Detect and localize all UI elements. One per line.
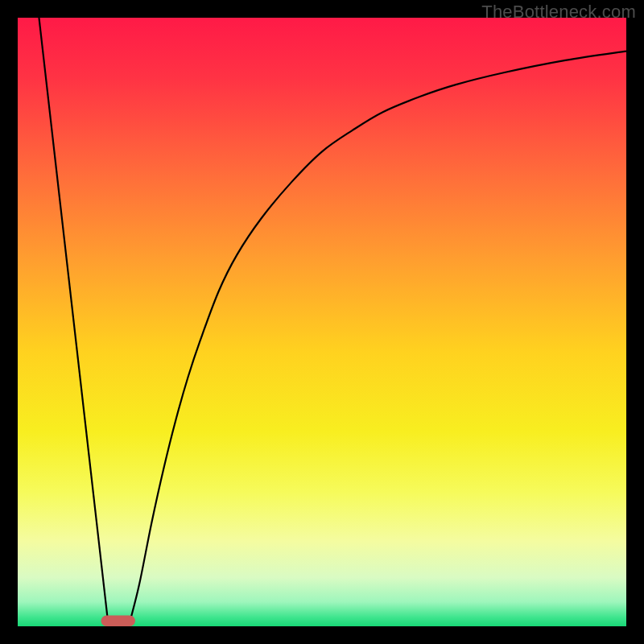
plot-area (18, 18, 626, 626)
gradient-background (18, 18, 626, 626)
watermark-text: TheBottleneck.com (481, 2, 636, 23)
chart-frame: TheBottleneck.com (0, 0, 644, 644)
chart-svg (18, 18, 626, 626)
bottom-marker (101, 615, 135, 626)
